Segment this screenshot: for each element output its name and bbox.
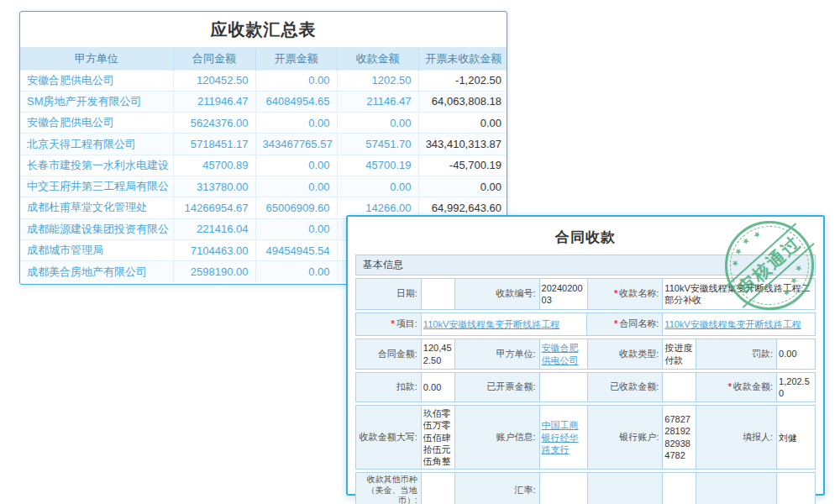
form-field-value[interactable] — [422, 472, 455, 504]
form-row: 收款金额大写:玖佰零伍万零伍佰肆拾伍元伍角整账户信息:中国工商银行经华路支行银行… — [355, 405, 816, 470]
company-name-link[interactable]: 北京天得工程有限公司 — [20, 134, 173, 155]
form-field-label: 日期: — [355, 278, 422, 310]
form-field-label: 收款金额大写: — [355, 405, 422, 470]
form-title: 合同收款 — [348, 217, 823, 255]
amount-cell: 64084954.65 — [255, 91, 337, 112]
form-field-label: 银行账户: — [588, 405, 664, 470]
form-field-label: 账户信息: — [455, 405, 540, 470]
amount-cell: -45,700.19 — [418, 155, 507, 176]
table-row: SM房地产开发有限公司211946.4764084954.6521146.476… — [20, 91, 507, 112]
amount-cell: 221416.04 — [173, 218, 255, 239]
company-name-link[interactable]: 成都能源建设集团投资有限公 — [20, 218, 173, 239]
table-row: 安徽合肥供电公司5624376.000.000.000.00 — [20, 113, 507, 134]
basic-info-section-header: 基本信息 — [355, 255, 816, 276]
form-row: 收款其他币种（美金、当地币）:汇率: — [355, 472, 816, 504]
form-field-value: 2024020003 — [540, 278, 588, 310]
amount-cell: 2598190.00 — [173, 261, 255, 282]
form-field-value: 按进度付款 — [663, 339, 696, 370]
amount-cell: 1202.50 — [337, 70, 418, 91]
form-field-label: 填报人: — [696, 405, 777, 470]
company-name-link[interactable]: 成都杜甫草堂文化管理处 — [20, 197, 173, 218]
form-field-value: 玖佰零伍万零伍佰肆拾伍元伍角整 — [422, 405, 455, 470]
form-field-label — [588, 472, 664, 504]
form-field-label: *项目: — [355, 312, 422, 336]
contract-receipt-panel: 合同收款 基本信息 日期:收款编号:2024020003*收款名称:110kV安… — [346, 215, 825, 496]
form-row: 日期:收款编号:2024020003*收款名称:110kV安徽线程集变开断线路工… — [355, 278, 816, 310]
form-field-label: 罚款: — [696, 339, 777, 370]
form-field-link[interactable]: 安徽合肥供电公司 — [542, 342, 585, 366]
company-name-link[interactable]: 安徽合肥供电公司 — [20, 70, 173, 91]
amount-cell: -1,202.50 — [418, 70, 507, 91]
amount-cell: 313780.00 — [173, 176, 255, 197]
form-field-value: 110kV安徽线程集变开断线路工程 — [663, 312, 816, 336]
amount-cell: 45700.19 — [337, 155, 418, 176]
amount-cell: 5624376.00 — [173, 113, 255, 134]
table-row: 安徽合肥供电公司120452.500.001202.50-1,202.50 — [20, 70, 507, 91]
company-name-link[interactable]: 中交王府井第三工程局有限公 — [20, 176, 173, 197]
company-name-link[interactable]: 成都城市管理局 — [20, 239, 173, 260]
table-row: 北京天得工程有限公司5718451.17343467765.5757451.70… — [20, 134, 507, 155]
form-field-link[interactable]: 110kV安徽线程集变开断线路工程 — [423, 318, 559, 330]
form-field-label: 甲方单位: — [455, 339, 540, 370]
table-row: 长春市建投第一水利水电建设45700.890.0045700.19-45,700… — [20, 155, 507, 176]
amount-cell: 45700.89 — [173, 155, 255, 176]
required-asterisk: * — [614, 318, 617, 330]
amount-cell: 343,410,313.87 — [418, 134, 507, 155]
form-field-link[interactable]: 中国工商银行经华路支行 — [542, 419, 585, 455]
form-field-value: 110kV安徽线程集变开断线路工程 — [422, 312, 588, 336]
required-asterisk: * — [391, 318, 395, 330]
form-field-link[interactable]: 110kV安徽线程集变开断线路工程 — [664, 318, 801, 330]
company-name-link[interactable]: SM房地产开发有限公司 — [20, 91, 173, 112]
amount-cell: 120452.50 — [173, 70, 255, 91]
form-field-value: 0.00 — [422, 372, 455, 402]
form-field-label: 扣款: — [355, 372, 422, 402]
summary-column-header: 开票未收款金额 — [418, 48, 507, 70]
amount-cell: 0.00 — [418, 113, 507, 134]
summary-column-header: 合同金额 — [173, 48, 255, 70]
form-field-label: 收款类型: — [588, 339, 664, 370]
form-field-label: 收款编号: — [455, 278, 540, 310]
amount-cell: 65006909.60 — [255, 197, 337, 218]
amount-cell: 0.00 — [255, 70, 337, 91]
form-field-label: 已开票金额: — [455, 372, 540, 402]
form-field-label: *合同名称: — [587, 312, 663, 336]
amount-cell: 0.00 — [255, 218, 337, 239]
form-field-label: 收款其他币种（美金、当地币）: — [355, 472, 422, 504]
company-name-link[interactable]: 成都美合房地产有限公司 — [20, 261, 173, 282]
form-row: 合同金额:120,452.50甲方单位:安徽合肥供电公司收款类型:按进度付款罚款… — [355, 339, 816, 370]
form-row: 扣款:0.00已开票金额:已收款金额:*收款金额:1,202.50 — [355, 372, 816, 402]
form-field-value: 中国工商银行经华路支行 — [540, 405, 588, 470]
company-name-link[interactable]: 安徽合肥供电公司 — [20, 113, 173, 134]
form-field-value: 110kV安徽线程集变开断线路工程二部分补收 — [663, 278, 816, 310]
summary-column-header: 收款金额 — [337, 48, 418, 70]
company-name-link[interactable]: 长春市建投第一水利水电建设 — [20, 155, 173, 176]
form-field-value[interactable] — [422, 278, 455, 310]
amount-cell: 0.00 — [255, 113, 337, 134]
amount-cell: 7104463.00 — [173, 239, 255, 260]
form-field-value[interactable] — [777, 472, 816, 504]
form-field-label: 合同金额: — [355, 339, 422, 370]
amount-cell: 64,063,808.18 — [418, 91, 507, 112]
amount-cell: 57451.70 — [337, 134, 418, 155]
screen: 应收款汇总表 甲方单位合同金额开票金额收款金额开票未收款金额 安徽合肥供电公司1… — [0, 0, 840, 504]
form-field-label: *收款名称: — [588, 278, 664, 310]
form-field-value: 0.00 — [777, 339, 816, 370]
amount-cell: 5718451.17 — [173, 134, 255, 155]
form-field-value: 120,452.50 — [422, 339, 455, 370]
amount-cell: 49454945.54 — [255, 239, 337, 260]
form-field-value[interactable] — [540, 472, 588, 504]
form-field-value: 1,202.50 — [777, 372, 816, 402]
amount-cell: 21146.47 — [337, 91, 418, 112]
form-field-value[interactable] — [663, 472, 696, 504]
amount-cell: 343467765.57 — [255, 134, 337, 155]
amount-cell: 0.00 — [255, 176, 337, 197]
form-field-value[interactable] — [540, 372, 588, 402]
summary-table-title: 应收款汇总表 — [20, 12, 507, 48]
basic-info-box: 基本信息 日期:收款编号:2024020003*收款名称:110kV安徽线程集变… — [355, 255, 816, 504]
form-field-label: 汇率: — [455, 472, 540, 504]
form-field-label — [696, 472, 777, 504]
amount-cell: 0.00 — [255, 261, 337, 282]
form-field-value[interactable] — [663, 372, 696, 402]
required-asterisk: * — [614, 288, 617, 300]
amount-cell: 0.00 — [255, 155, 337, 176]
